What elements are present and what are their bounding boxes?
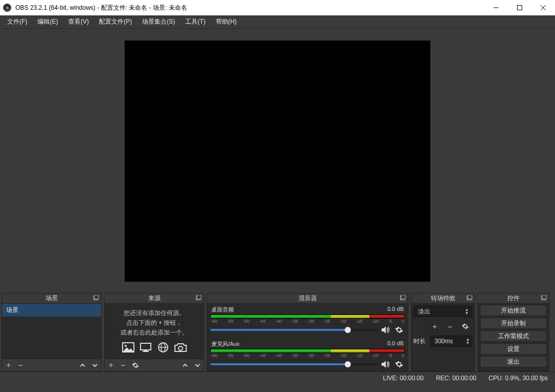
transition-current: 淡出 — [418, 307, 430, 316]
add-source-button[interactable]: ＋ — [105, 359, 117, 371]
app-icon — [3, 4, 11, 12]
status-cpu: CPU: 0.9%, 30.00 fps — [489, 375, 548, 382]
sources-hint-line: 点击下面的 + 按钮， — [126, 319, 183, 327]
scene-item[interactable]: 场景 — [2, 304, 101, 317]
svg-point-9 — [125, 345, 127, 347]
vu-ticks: -60-55-50-45-40-35-30-25-20-15-10-50 — [210, 353, 405, 358]
menu-help[interactable]: 帮助(H) — [211, 16, 242, 28]
display-icon — [138, 341, 153, 354]
sources-empty-hint: 您还没有添加任何源。 点击下面的 + 按钮， 或者右击此处添加一个。 — [105, 304, 204, 359]
svg-rect-22 — [468, 295, 472, 299]
preview-canvas[interactable] — [125, 41, 430, 282]
channel-name: 麦克风/Aux — [211, 340, 240, 348]
sources-title: 来源 — [105, 293, 204, 304]
settings-button[interactable]: 设置 — [480, 343, 547, 355]
updown-icon: ▲▼ — [466, 338, 470, 345]
menu-profile[interactable]: 配置文件(P) — [94, 16, 137, 28]
remove-source-button[interactable]: − — [117, 359, 129, 371]
svg-rect-10 — [141, 343, 151, 350]
mixer-channel: 桌面音频 0.0 dB -60-55-50-45-40-35-30-25-20-… — [210, 306, 405, 335]
svg-rect-5 — [94, 295, 98, 299]
controls-dock: 控件 开始推流 开始录制 工作室模式 设置 退出 — [478, 293, 549, 371]
controls-title-label: 控件 — [507, 294, 520, 303]
source-properties-button[interactable] — [129, 359, 142, 371]
add-transition-button[interactable]: ＋ — [428, 320, 441, 332]
statusbar: LIVE: 00:00:00 REC: 00:00:00 CPU: 0.9%, … — [0, 371, 555, 384]
updown-icon: ▲▼ — [465, 308, 469, 315]
scene-list[interactable]: 场景 — [2, 304, 101, 359]
svg-marker-20 — [382, 361, 386, 368]
duration-label: 时长 — [413, 337, 428, 346]
move-scene-down-button[interactable] — [89, 359, 101, 371]
scenes-title: 场景 — [2, 293, 101, 304]
minimize-button[interactable] — [484, 0, 508, 15]
transition-properties-button[interactable] — [459, 320, 471, 332]
remove-scene-button[interactable]: − — [14, 359, 27, 371]
status-live: LIVE: 00:00:00 — [383, 375, 423, 382]
maximize-button[interactable] — [508, 0, 531, 15]
duration-spinbox[interactable]: 300ms ▲▼ — [430, 336, 472, 347]
sources-hint-line: 或者右击此处添加一个。 — [121, 328, 188, 337]
svg-rect-1 — [518, 6, 522, 10]
exit-button[interactable]: 退出 — [480, 356, 547, 367]
sources-dock: 来源 您还没有添加任何源。 点击下面的 + 按钮， 或者右击此处添加一个。 ＋ … — [104, 293, 204, 371]
studio-mode-button[interactable]: 工作室模式 — [480, 330, 547, 342]
image-icon — [121, 341, 135, 354]
svg-rect-11 — [144, 350, 147, 351]
mixer-title-label: 混音器 — [299, 294, 317, 303]
dock-popout-icon[interactable] — [93, 295, 99, 301]
transitions-title: 转场特效 — [411, 293, 474, 304]
mixer-title: 混音器 — [207, 293, 408, 304]
dock-popout-icon[interactable] — [541, 295, 547, 301]
menubar: 文件(F) 编辑(E) 查看(V) 配置文件(P) 场景集合(S) 工具(T) … — [0, 15, 555, 29]
preview-area — [0, 29, 555, 293]
vu-ticks: -60-55-50-45-40-35-30-25-20-15-10-50 — [210, 319, 405, 324]
vu-meter — [210, 349, 405, 353]
channel-level: 0.0 dB — [387, 340, 404, 348]
menu-edit[interactable]: 编辑(E) — [32, 16, 63, 28]
mixer-channel: 麦克风/Aux 0.0 dB -60-55-50-45-40-35-30-25-… — [210, 340, 405, 369]
scenes-title-label: 场景 — [46, 294, 58, 303]
sources-hint-line: 您还没有添加任何源。 — [124, 309, 185, 318]
channel-level: 0.0 dB — [387, 306, 404, 313]
svg-rect-7 — [197, 295, 201, 299]
remove-transition-button[interactable]: − — [444, 320, 456, 332]
channel-name: 桌面音频 — [211, 306, 234, 313]
transitions-title-label: 转场特效 — [431, 294, 455, 303]
titlebar: OBS 23.2.1 (64-bit, windows) - 配置文件: 未命名… — [0, 0, 555, 15]
close-button[interactable] — [531, 0, 555, 15]
transitions-dock: 转场特效 淡出 ▲▼ ＋ − 时长 300ms ▲▼ — [411, 293, 475, 371]
move-source-up-button[interactable] — [179, 359, 191, 371]
dock-popout-icon[interactable] — [400, 295, 406, 301]
controls-title: 控件 — [478, 293, 549, 304]
menu-view[interactable]: 查看(V) — [63, 16, 94, 28]
scenes-dock: 场景 场景 ＋ − — [2, 293, 102, 371]
transition-select[interactable]: 淡出 ▲▼ — [413, 306, 472, 317]
dock-popout-icon[interactable] — [466, 295, 472, 301]
start-recording-button[interactable]: 开始录制 — [480, 318, 547, 329]
add-scene-button[interactable]: ＋ — [2, 359, 14, 371]
start-streaming-button[interactable]: 开始推流 — [480, 305, 547, 316]
duration-value: 300ms — [434, 338, 453, 345]
menu-file[interactable]: 文件(F) — [2, 16, 32, 28]
vu-meter — [210, 315, 405, 319]
speaker-icon[interactable] — [380, 325, 391, 335]
status-rec: REC: 00:00:00 — [436, 375, 477, 382]
channel-settings-icon[interactable] — [393, 325, 405, 335]
menu-tools[interactable]: 工具(T) — [180, 16, 210, 28]
channel-settings-icon[interactable] — [393, 359, 405, 369]
speaker-icon[interactable] — [380, 359, 391, 369]
globe-icon — [156, 341, 170, 354]
volume-slider[interactable] — [210, 329, 378, 331]
move-source-down-button[interactable] — [191, 359, 204, 371]
dock-popout-icon[interactable] — [195, 295, 202, 301]
svg-rect-18 — [401, 295, 405, 299]
sources-title-label: 来源 — [148, 294, 161, 303]
volume-slider[interactable] — [210, 363, 378, 365]
move-scene-up-button[interactable] — [76, 359, 89, 371]
window-title: OBS 23.2.1 (64-bit, windows) - 配置文件: 未命名… — [14, 4, 484, 12]
svg-rect-24 — [542, 295, 546, 299]
camera-icon — [173, 341, 188, 354]
svg-rect-12 — [143, 351, 149, 352]
menu-scene-collection[interactable]: 场景集合(S) — [137, 16, 180, 28]
